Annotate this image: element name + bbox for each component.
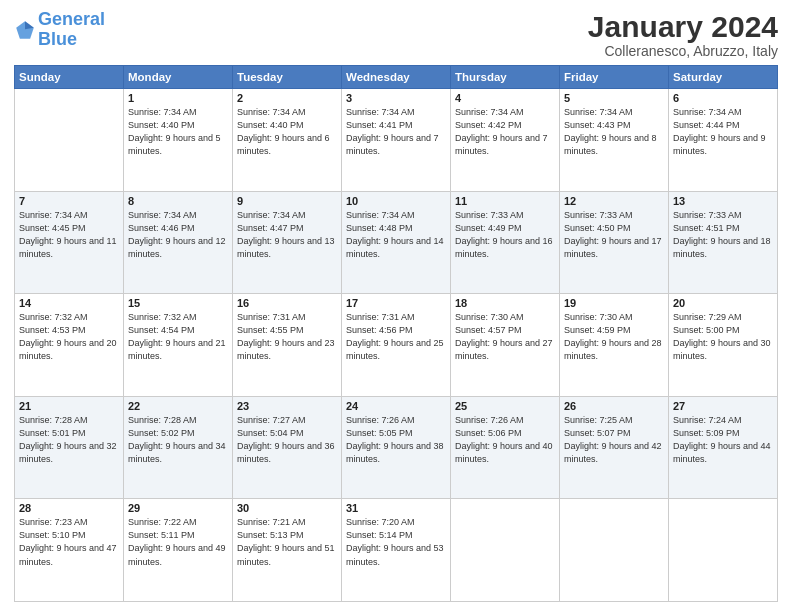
- calendar-cell: 7Sunrise: 7:34 AMSunset: 4:45 PMDaylight…: [15, 191, 124, 294]
- col-sunday: Sunday: [15, 66, 124, 89]
- calendar-cell: 23Sunrise: 7:27 AMSunset: 5:04 PMDayligh…: [233, 396, 342, 499]
- table-row: 14Sunrise: 7:32 AMSunset: 4:53 PMDayligh…: [15, 294, 778, 397]
- day-info: Sunrise: 7:31 AMSunset: 4:56 PMDaylight:…: [346, 311, 446, 363]
- calendar-cell: [669, 499, 778, 602]
- day-number: 18: [455, 297, 555, 309]
- table-row: 21Sunrise: 7:28 AMSunset: 5:01 PMDayligh…: [15, 396, 778, 499]
- day-number: 8: [128, 195, 228, 207]
- day-number: 11: [455, 195, 555, 207]
- day-number: 10: [346, 195, 446, 207]
- calendar-cell: 11Sunrise: 7:33 AMSunset: 4:49 PMDayligh…: [451, 191, 560, 294]
- calendar-cell: 10Sunrise: 7:34 AMSunset: 4:48 PMDayligh…: [342, 191, 451, 294]
- logo-general: General: [38, 9, 105, 29]
- day-info: Sunrise: 7:34 AMSunset: 4:45 PMDaylight:…: [19, 209, 119, 261]
- calendar-cell: 1Sunrise: 7:34 AMSunset: 4:40 PMDaylight…: [124, 89, 233, 192]
- calendar-cell: 6Sunrise: 7:34 AMSunset: 4:44 PMDaylight…: [669, 89, 778, 192]
- day-number: 13: [673, 195, 773, 207]
- location-title: Colleranesco, Abruzzo, Italy: [588, 43, 778, 59]
- day-number: 19: [564, 297, 664, 309]
- day-info: Sunrise: 7:22 AMSunset: 5:11 PMDaylight:…: [128, 516, 228, 568]
- day-info: Sunrise: 7:26 AMSunset: 5:05 PMDaylight:…: [346, 414, 446, 466]
- calendar-cell: [560, 499, 669, 602]
- calendar-cell: 17Sunrise: 7:31 AMSunset: 4:56 PMDayligh…: [342, 294, 451, 397]
- day-info: Sunrise: 7:33 AMSunset: 4:50 PMDaylight:…: [564, 209, 664, 261]
- day-number: 7: [19, 195, 119, 207]
- day-number: 20: [673, 297, 773, 309]
- day-info: Sunrise: 7:33 AMSunset: 4:51 PMDaylight:…: [673, 209, 773, 261]
- calendar-cell: 29Sunrise: 7:22 AMSunset: 5:11 PMDayligh…: [124, 499, 233, 602]
- logo-blue: Blue: [38, 29, 77, 49]
- calendar-cell: 26Sunrise: 7:25 AMSunset: 5:07 PMDayligh…: [560, 396, 669, 499]
- calendar-cell: 3Sunrise: 7:34 AMSunset: 4:41 PMDaylight…: [342, 89, 451, 192]
- calendar-cell: 27Sunrise: 7:24 AMSunset: 5:09 PMDayligh…: [669, 396, 778, 499]
- day-number: 23: [237, 400, 337, 412]
- logo: General Blue: [14, 10, 105, 50]
- day-info: Sunrise: 7:32 AMSunset: 4:53 PMDaylight:…: [19, 311, 119, 363]
- day-info: Sunrise: 7:20 AMSunset: 5:14 PMDaylight:…: [346, 516, 446, 568]
- page: General Blue January 2024 Colleranesco, …: [0, 0, 792, 612]
- calendar-cell: 28Sunrise: 7:23 AMSunset: 5:10 PMDayligh…: [15, 499, 124, 602]
- logo-icon: [14, 19, 36, 41]
- table-row: 7Sunrise: 7:34 AMSunset: 4:45 PMDaylight…: [15, 191, 778, 294]
- day-number: 5: [564, 92, 664, 104]
- day-info: Sunrise: 7:21 AMSunset: 5:13 PMDaylight:…: [237, 516, 337, 568]
- calendar-cell: 31Sunrise: 7:20 AMSunset: 5:14 PMDayligh…: [342, 499, 451, 602]
- day-info: Sunrise: 7:34 AMSunset: 4:48 PMDaylight:…: [346, 209, 446, 261]
- calendar-cell: [451, 499, 560, 602]
- day-info: Sunrise: 7:29 AMSunset: 5:00 PMDaylight:…: [673, 311, 773, 363]
- calendar-cell: 14Sunrise: 7:32 AMSunset: 4:53 PMDayligh…: [15, 294, 124, 397]
- calendar-cell: 9Sunrise: 7:34 AMSunset: 4:47 PMDaylight…: [233, 191, 342, 294]
- day-info: Sunrise: 7:34 AMSunset: 4:40 PMDaylight:…: [237, 106, 337, 158]
- day-number: 24: [346, 400, 446, 412]
- day-number: 17: [346, 297, 446, 309]
- day-info: Sunrise: 7:30 AMSunset: 4:57 PMDaylight:…: [455, 311, 555, 363]
- day-info: Sunrise: 7:34 AMSunset: 4:46 PMDaylight:…: [128, 209, 228, 261]
- day-number: 31: [346, 502, 446, 514]
- calendar-cell: 16Sunrise: 7:31 AMSunset: 4:55 PMDayligh…: [233, 294, 342, 397]
- day-number: 27: [673, 400, 773, 412]
- day-number: 2: [237, 92, 337, 104]
- day-info: Sunrise: 7:31 AMSunset: 4:55 PMDaylight:…: [237, 311, 337, 363]
- day-info: Sunrise: 7:24 AMSunset: 5:09 PMDaylight:…: [673, 414, 773, 466]
- day-number: 16: [237, 297, 337, 309]
- calendar-cell: 24Sunrise: 7:26 AMSunset: 5:05 PMDayligh…: [342, 396, 451, 499]
- day-number: 28: [19, 502, 119, 514]
- calendar-cell: 2Sunrise: 7:34 AMSunset: 4:40 PMDaylight…: [233, 89, 342, 192]
- day-number: 21: [19, 400, 119, 412]
- day-number: 14: [19, 297, 119, 309]
- day-info: Sunrise: 7:34 AMSunset: 4:47 PMDaylight:…: [237, 209, 337, 261]
- day-number: 4: [455, 92, 555, 104]
- day-info: Sunrise: 7:25 AMSunset: 5:07 PMDaylight:…: [564, 414, 664, 466]
- col-tuesday: Tuesday: [233, 66, 342, 89]
- calendar-cell: 20Sunrise: 7:29 AMSunset: 5:00 PMDayligh…: [669, 294, 778, 397]
- col-saturday: Saturday: [669, 66, 778, 89]
- calendar-cell: 5Sunrise: 7:34 AMSunset: 4:43 PMDaylight…: [560, 89, 669, 192]
- calendar-cell: 8Sunrise: 7:34 AMSunset: 4:46 PMDaylight…: [124, 191, 233, 294]
- day-number: 25: [455, 400, 555, 412]
- calendar-cell: 30Sunrise: 7:21 AMSunset: 5:13 PMDayligh…: [233, 499, 342, 602]
- logo-text: General Blue: [38, 10, 105, 50]
- day-info: Sunrise: 7:26 AMSunset: 5:06 PMDaylight:…: [455, 414, 555, 466]
- col-wednesday: Wednesday: [342, 66, 451, 89]
- calendar-cell: 19Sunrise: 7:30 AMSunset: 4:59 PMDayligh…: [560, 294, 669, 397]
- calendar-cell: 25Sunrise: 7:26 AMSunset: 5:06 PMDayligh…: [451, 396, 560, 499]
- day-number: 26: [564, 400, 664, 412]
- day-number: 9: [237, 195, 337, 207]
- day-number: 1: [128, 92, 228, 104]
- calendar-cell: 21Sunrise: 7:28 AMSunset: 5:01 PMDayligh…: [15, 396, 124, 499]
- table-row: 28Sunrise: 7:23 AMSunset: 5:10 PMDayligh…: [15, 499, 778, 602]
- calendar-cell: 18Sunrise: 7:30 AMSunset: 4:57 PMDayligh…: [451, 294, 560, 397]
- header-row: Sunday Monday Tuesday Wednesday Thursday…: [15, 66, 778, 89]
- day-info: Sunrise: 7:34 AMSunset: 4:40 PMDaylight:…: [128, 106, 228, 158]
- calendar-cell: 15Sunrise: 7:32 AMSunset: 4:54 PMDayligh…: [124, 294, 233, 397]
- day-number: 30: [237, 502, 337, 514]
- day-info: Sunrise: 7:28 AMSunset: 5:02 PMDaylight:…: [128, 414, 228, 466]
- calendar-cell: 13Sunrise: 7:33 AMSunset: 4:51 PMDayligh…: [669, 191, 778, 294]
- day-info: Sunrise: 7:34 AMSunset: 4:44 PMDaylight:…: [673, 106, 773, 158]
- day-info: Sunrise: 7:34 AMSunset: 4:41 PMDaylight:…: [346, 106, 446, 158]
- title-block: January 2024 Colleranesco, Abruzzo, Ital…: [588, 10, 778, 59]
- calendar-cell: [15, 89, 124, 192]
- day-number: 15: [128, 297, 228, 309]
- day-number: 22: [128, 400, 228, 412]
- day-number: 3: [346, 92, 446, 104]
